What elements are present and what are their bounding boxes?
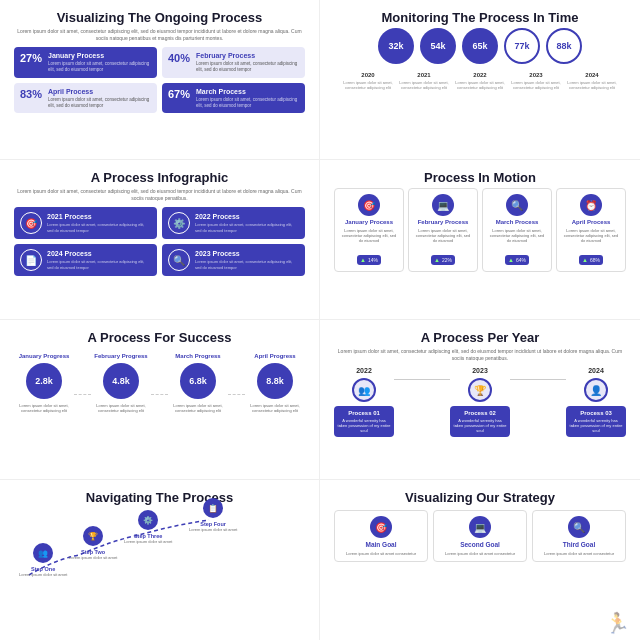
goal-title: Main Goal xyxy=(339,541,423,548)
s7-title: Navigating The Process xyxy=(14,490,305,505)
progress-circle: 2.8k xyxy=(26,363,62,399)
year-desc: Lorem ipsum dolor sit amet, consectetur … xyxy=(399,80,449,90)
s1-percent: 27% xyxy=(20,52,44,64)
year-label: 2024 xyxy=(566,367,626,374)
progress-label: April Progress xyxy=(245,353,305,359)
card-badge: ▲68% xyxy=(579,255,603,265)
goal-icon: 🎯 xyxy=(370,516,392,538)
running-figure-icon: 🏃 xyxy=(605,611,630,635)
list-item: February Progress 4.8k Lorem ipsum dolor… xyxy=(91,353,151,413)
year-desc: Lorem ipsum dolor sit amet, consectetur … xyxy=(343,80,393,90)
list-item: 🎯 2021 Process Lorem ipsum dolor sit ame… xyxy=(14,207,157,239)
s3-card-label: 2024 Process xyxy=(47,250,151,257)
progress-desc: Lorem ipsum dolor sit amet, consectetur … xyxy=(245,403,305,413)
year-column: 2021 Lorem ipsum dolor sit amet, consect… xyxy=(399,72,449,90)
step-icon: 👥 xyxy=(33,543,53,563)
progress-circle: 8.8k xyxy=(257,363,293,399)
s2-circles: 32k54k65k77k88k xyxy=(334,28,626,64)
s4-title: Process In Motion xyxy=(334,170,626,185)
s3-card-label: 2023 Process xyxy=(195,250,299,257)
timeline-line xyxy=(510,379,566,380)
year-label: 2021 xyxy=(399,72,449,78)
card-icon: ⏰ xyxy=(580,194,602,216)
metric-circle: 54k xyxy=(420,28,456,64)
year-column: 2024 Lorem ipsum dolor sit amet, consect… xyxy=(567,72,617,90)
s3-card-label: 2021 Process xyxy=(47,213,151,220)
section-process-success: A Process For Success January Progress 2… xyxy=(0,320,320,480)
section-process-year: A Process Per Year Lorem ipsum dolor sit… xyxy=(320,320,640,480)
s6-subtitle: Lorem ipsum dolor sit amet, consectetur … xyxy=(334,348,626,361)
year-card-desc: A wonderful serenity has taken possessio… xyxy=(337,418,391,433)
goal-icon: 🔍 xyxy=(568,516,590,538)
card-title: April Process xyxy=(561,219,621,225)
s1-percent: 83% xyxy=(20,88,44,100)
card-icon: 💻 xyxy=(432,194,454,216)
s3-subtitle: Lorem ipsum dolor sit amet, consectetur … xyxy=(14,188,305,201)
year-label: 2020 xyxy=(343,72,393,78)
list-item: 67% March Process Lorem ipsum dolor sit … xyxy=(162,83,305,114)
s1-card-desc: Lorem ipsum dolor sit amet, consectetur … xyxy=(196,97,299,109)
goal-desc: Lorem ipsum dolor sit amet consectetur xyxy=(537,551,621,556)
list-item: 27% January Process Lorem ipsum dolor si… xyxy=(14,47,157,78)
s1-percent: 67% xyxy=(168,88,192,100)
list-item: 🔍 Third Goal Lorem ipsum dolor sit amet … xyxy=(532,510,626,562)
timeline-line xyxy=(394,379,450,380)
process-icon: ⚙️ xyxy=(168,212,190,234)
goal-desc: Lorem ipsum dolor sit amet consectetur xyxy=(339,551,423,556)
metric-circle: 77k xyxy=(504,28,540,64)
year-label: 2023 xyxy=(450,367,510,374)
list-item: 👥 Step One Lorem ipsum dolor sit amet xyxy=(19,543,67,577)
metric-circle: 32k xyxy=(378,28,414,64)
list-item: 📋 Step Four Lorem ipsum dolor sit amet xyxy=(189,498,237,532)
process-icon: 🔍 xyxy=(168,249,190,271)
s1-cards: 27% January Process Lorem ipsum dolor si… xyxy=(14,47,305,113)
year-column: 2023 Lorem ipsum dolor sit amet, consect… xyxy=(511,72,561,90)
list-item: 🎯 January Process Lorem ipsum dolor sit … xyxy=(334,188,404,272)
s6-title: A Process Per Year xyxy=(334,330,626,345)
year-desc: Lorem ipsum dolor sit amet, consectetur … xyxy=(455,80,505,90)
step-icon: ⚙️ xyxy=(138,510,158,530)
year-desc: Lorem ipsum dolor sit amet, consectetur … xyxy=(511,80,561,90)
s8-title: Visualizing Our Strategy xyxy=(334,490,626,505)
year-icon: 👤 xyxy=(584,378,608,402)
s1-card-label: March Process xyxy=(196,88,299,95)
goal-title: Third Goal xyxy=(537,541,621,548)
process-icon: 🎯 xyxy=(20,212,42,234)
year-column: 2023 🏆 Process 02 A wonderful serenity h… xyxy=(450,367,510,437)
goal-title: Second Goal xyxy=(438,541,522,548)
process-icon: 📄 xyxy=(20,249,42,271)
year-label: 2023 xyxy=(511,72,561,78)
list-item: 40% February Process Lorem ipsum dolor s… xyxy=(162,47,305,78)
s4-cards: 🎯 January Process Lorem ipsum dolor sit … xyxy=(334,188,626,272)
s3-card-desc: Lorem ipsum dolor sit amet, consectetur … xyxy=(195,259,299,269)
s1-card-desc: Lorem ipsum dolor sit amet, consectetur … xyxy=(48,61,151,73)
year-card-title: Process 02 xyxy=(453,410,507,416)
s5-title: A Process For Success xyxy=(14,330,305,345)
card-badge: ▲22% xyxy=(431,255,455,265)
list-item: ⚙️ Step Three Lorem ipsum dolor sit amet xyxy=(124,510,172,544)
list-item: 🔍 2023 Process Lorem ipsum dolor sit ame… xyxy=(162,244,305,276)
metric-circle: 88k xyxy=(546,28,582,64)
card-title: February Process xyxy=(413,219,473,225)
section-monitoring: Monitoring The Process In Time 32k54k65k… xyxy=(320,0,640,160)
s2-years: 2020 Lorem ipsum dolor sit amet, consect… xyxy=(334,72,626,90)
goal-icon: 💻 xyxy=(469,516,491,538)
connector-line xyxy=(228,394,245,395)
section-infographic: A Process Infographic Lorem ipsum dolor … xyxy=(0,160,320,320)
s1-percent: 40% xyxy=(168,52,192,64)
progress-circle: 6.8k xyxy=(180,363,216,399)
goal-desc: Lorem ipsum dolor sit amet consectetur xyxy=(438,551,522,556)
step-icon: 📋 xyxy=(203,498,223,518)
step-icon: 🏆 xyxy=(83,526,103,546)
card-badge: ▲64% xyxy=(505,255,529,265)
card-desc: Lorem ipsum dolor sit amet, consectetur … xyxy=(413,228,473,244)
list-item: March Progress 6.8k Lorem ipsum dolor si… xyxy=(168,353,228,413)
year-label: 2022 xyxy=(334,367,394,374)
s7-steps: 👥 Step One Lorem ipsum dolor sit amet 🏆 … xyxy=(14,510,305,610)
card-desc: Lorem ipsum dolor sit amet, consectetur … xyxy=(487,228,547,244)
year-column: 2020 Lorem ipsum dolor sit amet, consect… xyxy=(343,72,393,90)
card-title: March Process xyxy=(487,219,547,225)
year-icon: 🏆 xyxy=(468,378,492,402)
step-desc: Lorem ipsum dolor sit amet xyxy=(124,539,172,544)
card-icon: 🔍 xyxy=(506,194,528,216)
